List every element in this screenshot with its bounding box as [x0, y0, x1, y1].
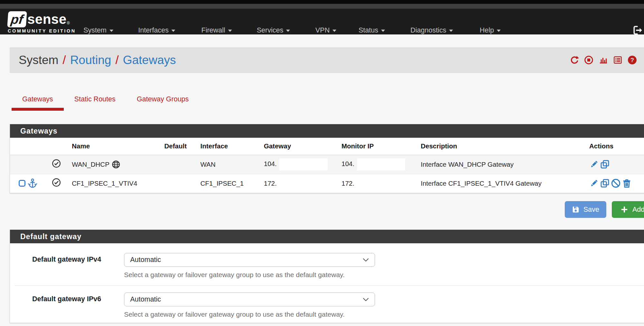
add-button[interactable]: Add — [612, 201, 644, 218]
col-default: Default — [162, 138, 198, 155]
nav-item-label: Help — [480, 26, 494, 34]
chevron-down-icon — [381, 30, 385, 32]
interface-cell: CF1_IPSEC_1 — [198, 174, 261, 193]
interface-cell: WAN — [198, 155, 261, 174]
top-black-strip — [0, 0, 644, 4]
select-cell — [10, 155, 49, 174]
nav-item-label: Status — [359, 26, 378, 34]
sign-out-icon[interactable] — [632, 25, 643, 36]
question-circle-icon[interactable]: ? — [628, 55, 637, 65]
refresh-icon[interactable] — [570, 55, 579, 65]
chevron-down-icon — [171, 30, 175, 32]
tab-static-routes[interactable]: Static Routes — [64, 93, 126, 111]
nav-item-interfaces[interactable]: Interfaces — [138, 25, 175, 36]
breadcrumb: System / Routing / Gateways — [19, 53, 176, 67]
gateways-panel: Gateways Name Default Interface Gateway … — [10, 124, 644, 193]
default-cell — [162, 174, 198, 193]
name-cell: CF1_IPSEC_1_VTIV4 — [69, 174, 162, 193]
nav-item-vpn[interactable]: VPN — [315, 25, 336, 36]
table-row: CF1_IPSEC_1_VTIV4 CF1_IPSEC_1 172. 172. … — [10, 174, 644, 193]
description-cell: Interface WAN_DHCP Gateway — [418, 155, 587, 174]
registered-mark: ® — [67, 21, 70, 25]
breadcrumb-separator: / — [62, 53, 66, 67]
pf-logo-text: pf — [10, 12, 24, 27]
nav-item-help[interactable]: Help — [480, 25, 501, 36]
default-gateway-ipv4-label: Default gateway IPv4 — [15, 253, 124, 279]
delete-icon[interactable] — [622, 179, 631, 188]
name-cell: WAN_DHCP — [69, 155, 162, 174]
col-actions: Actions — [587, 138, 644, 155]
plus-icon — [620, 205, 629, 214]
chevron-down-icon — [497, 30, 501, 32]
chevron-down-icon — [363, 298, 369, 302]
breadcrumb-separator: / — [115, 53, 119, 67]
actions-cell — [587, 174, 644, 193]
globe-icon — [112, 160, 120, 169]
top-gray-strip — [0, 4, 644, 9]
monitor-ip: 172. — [341, 180, 354, 187]
ipv4-help-text: Select a gateway or failover gateway gro… — [124, 271, 644, 279]
save-button[interactable]: Save — [565, 201, 606, 218]
stop-circle-icon[interactable] — [584, 55, 593, 65]
top-navbar: pf sense ® COMMUNITY EDITION System Inte… — [0, 9, 644, 34]
default-gateway-panel-title: Default gateway — [10, 230, 644, 243]
tab-gateways[interactable]: Gateways — [12, 93, 64, 111]
disable-icon[interactable] — [611, 179, 620, 188]
table-row: WAN_DHCP WAN 104. 104. Interface WAN_DHC… — [10, 155, 644, 174]
tab-gateway-groups[interactable]: Gateway Groups — [126, 93, 199, 111]
select-cell — [10, 174, 49, 193]
copy-icon[interactable] — [600, 179, 610, 188]
col-description: Description — [418, 138, 587, 155]
nav-item-label: Diagnostics — [410, 26, 446, 34]
breadcrumb-routing-link[interactable]: Routing — [70, 53, 111, 67]
add-button-label: Add — [632, 206, 644, 214]
check-circle-icon — [52, 181, 61, 188]
table-header-row: Name Default Interface Gateway Monitor I… — [10, 138, 644, 155]
gateway-ip: 172. — [264, 180, 277, 187]
nav-item-status[interactable]: Status — [359, 25, 385, 36]
save-button-label: Save — [583, 206, 599, 214]
check-circle-icon — [52, 162, 61, 169]
selected-option: Automatic — [130, 295, 161, 303]
nav-item-label: Interfaces — [138, 26, 168, 34]
default-cell — [162, 155, 198, 174]
gateway-cell: 104. — [261, 155, 339, 174]
redaction-box — [279, 158, 328, 171]
nav-item-system[interactable]: System — [83, 25, 113, 36]
sense-logo-text: sense — [27, 12, 67, 27]
nav-item-label: VPN — [315, 26, 330, 34]
gateway-ip: 104. — [264, 160, 277, 167]
col-interface: Interface — [198, 138, 261, 155]
chevron-down-icon — [286, 30, 290, 32]
chevron-down-icon — [110, 30, 113, 32]
row-select-checkbox[interactable] — [19, 180, 25, 187]
nav-item-services[interactable]: Services — [257, 25, 290, 36]
description-cell: Interface CF1_IPSEC_1_VTIV4 Gateway — [418, 174, 587, 193]
edit-icon[interactable] — [589, 179, 599, 188]
default-gateway-ipv6-select[interactable]: Automatic — [124, 293, 375, 306]
copy-icon[interactable] — [600, 160, 610, 169]
nav-item-diagnostics[interactable]: Diagnostics — [410, 25, 453, 36]
ipv6-help-text: Select a gateway or failover gateway gro… — [124, 311, 644, 318]
list-icon[interactable] — [613, 55, 622, 65]
actions-cell — [587, 155, 644, 174]
nav-item-label: Firewall — [201, 26, 225, 34]
gateways-table: Name Default Interface Gateway Monitor I… — [10, 138, 644, 193]
breadcrumb-gateways-link[interactable]: Gateways — [123, 53, 176, 67]
form-row-ipv6: Default gateway IPv6 Automatic Select a … — [15, 286, 644, 325]
chevron-down-icon — [228, 30, 232, 32]
pf-logo-box: pf — [7, 11, 27, 27]
pfsense-logo[interactable]: pf sense ® COMMUNITY EDITION — [8, 11, 76, 33]
bar-chart-icon[interactable] — [599, 55, 608, 65]
default-gateway-ipv4-select[interactable]: Automatic — [124, 253, 375, 267]
edit-icon[interactable] — [589, 160, 599, 169]
default-gateway-panel: Default gateway Default gateway IPv4 Aut… — [10, 229, 644, 323]
chevron-down-icon — [449, 30, 453, 32]
nav-item-label: System — [83, 26, 107, 34]
default-gateway-ipv6-label: Default gateway IPv6 — [15, 293, 124, 318]
monitor-ip: 104. — [341, 160, 354, 167]
nav-item-firewall[interactable]: Firewall — [201, 25, 232, 36]
monitor-ip-cell: 104. — [339, 155, 418, 174]
col-name: Name — [69, 138, 162, 155]
status-cell — [49, 155, 69, 174]
